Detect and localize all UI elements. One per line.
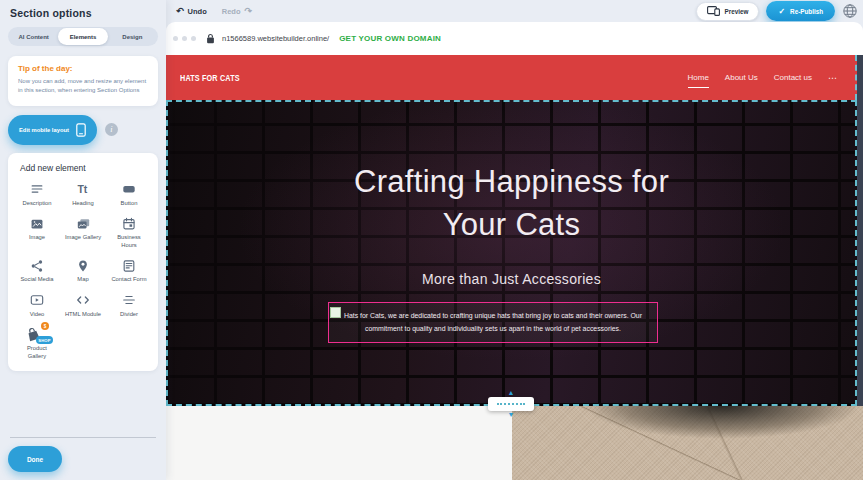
element-map[interactable]: Map <box>61 258 105 284</box>
tab-design[interactable]: Design <box>108 28 157 45</box>
undo-button[interactable]: ↶ Undo <box>176 7 207 16</box>
social-media-icon <box>30 258 44 273</box>
undo-icon: ↶ <box>176 7 184 16</box>
map-icon <box>76 258 90 273</box>
element-heading[interactable]: Tt Heading <box>61 182 105 208</box>
preview-button[interactable]: Preview <box>696 2 760 21</box>
mobile-layout-row: Edit mobile layout i <box>8 115 158 145</box>
panel-spacer <box>0 371 166 437</box>
tab-elements[interactable]: Elements <box>58 28 107 45</box>
hero-content: Crafting Happiness for Your Cats More th… <box>166 100 857 287</box>
section-selection-border-top <box>855 55 857 100</box>
site-logo[interactable]: HATS FOR CATS <box>180 73 240 83</box>
section-options-panel: Section options AI Content Elements Desi… <box>0 0 166 480</box>
globe-icon[interactable] <box>842 3 858 19</box>
divider-icon <box>122 293 136 308</box>
tip-card: Tip of the day: Now you can add, move an… <box>8 56 158 106</box>
redo-button[interactable]: Redo ↷ <box>222 7 252 16</box>
hero-section[interactable]: Crafting Happiness for Your Cats More th… <box>166 100 857 406</box>
element-product-gallery[interactable]: $ SHOP Product Gallery <box>15 327 59 360</box>
element-grid: Description Tt Heading Button Image Imag… <box>15 182 151 361</box>
image-gallery-icon <box>76 216 91 231</box>
element-social-media[interactable]: Social Media <box>15 258 59 284</box>
check-icon: ✓ <box>778 7 785 16</box>
element-image[interactable]: Image <box>15 216 59 249</box>
viewport-edge <box>857 55 863 406</box>
arrow-up-icon: ▲ <box>508 390 515 396</box>
shop-badge: SHOP <box>36 336 53 344</box>
nav-about-us[interactable]: About Us <box>725 73 758 82</box>
section-resize-handle[interactable]: ▲ ▼ <box>488 390 534 418</box>
price-badge-icon: $ <box>41 322 49 330</box>
browser-bar: n1566589.websitebuilder.online/ GET YOUR… <box>166 22 863 55</box>
site-header: HATS FOR CATS Home About Us Contact us ⋯ <box>166 55 863 100</box>
site-url: n1566589.websitebuilder.online/ <box>222 34 329 43</box>
get-domain-link[interactable]: GET YOUR OWN DOMAIN <box>339 34 441 43</box>
done-button[interactable]: Done <box>8 446 62 472</box>
browser-dots <box>173 36 196 41</box>
add-element-panel: Add new element Description Tt Heading B… <box>8 153 158 372</box>
arrow-down-icon: ▼ <box>508 412 515 418</box>
hero-description-element[interactable]: Hats for Cats, we are dedicated to craft… <box>328 302 658 343</box>
product-gallery-icon: $ SHOP <box>24 327 50 342</box>
tab-ai-content[interactable]: AI Content <box>9 28 58 45</box>
page-title: Section options <box>10 7 156 19</box>
element-contact-form[interactable]: Contact Form <box>107 258 151 284</box>
business-hours-icon <box>122 216 136 231</box>
lock-icon <box>206 33 215 44</box>
app: Section options AI Content Elements Desi… <box>0 0 863 480</box>
description-icon <box>30 182 44 197</box>
undo-redo-group: ↶ Undo Redo ↷ <box>176 7 252 16</box>
cat-photo <box>512 406 863 480</box>
add-element-title: Add new element <box>20 163 151 173</box>
top-actions: Preview ✓ Re-Publish <box>696 1 858 21</box>
heading-icon: Tt <box>76 182 91 197</box>
element-video[interactable]: Video <box>15 293 59 319</box>
panel-divider <box>10 437 156 438</box>
edit-mobile-layout-button[interactable]: Edit mobile layout <box>8 115 97 145</box>
drag-dots-icon <box>497 403 525 405</box>
element-divider[interactable]: Divider <box>107 293 151 319</box>
element-html-module[interactable]: HTML Module <box>61 293 105 319</box>
site-nav: Home About Us Contact us ⋯ <box>688 73 838 83</box>
nav-contact-us[interactable]: Contact us <box>774 73 812 82</box>
hero-subheading[interactable]: More than Just Accessories <box>166 271 857 287</box>
phone-icon <box>76 123 86 137</box>
nav-more-icon[interactable]: ⋯ <box>828 73 837 83</box>
tip-title: Tip of the day: <box>18 64 148 73</box>
redo-icon: ↷ <box>244 7 252 16</box>
republish-button[interactable]: ✓ Re-Publish <box>766 1 835 21</box>
element-handle[interactable] <box>330 307 341 318</box>
main-area: ↶ Undo Redo ↷ Preview ✓ Re-Publish <box>166 0 863 480</box>
hero-description-text: Hats for Cats, we are dedicated to craft… <box>332 309 654 335</box>
nav-home[interactable]: Home <box>688 73 709 88</box>
element-image-gallery[interactable]: Image Gallery <box>61 216 105 249</box>
element-description[interactable]: Description <box>15 182 59 208</box>
element-button[interactable]: Button <box>107 182 151 208</box>
panel-tabs: AI Content Elements Design <box>8 27 158 46</box>
contact-form-icon <box>122 258 136 273</box>
edit-mobile-layout-label: Edit mobile layout <box>19 127 69 133</box>
tip-body: Now you can add, move and resize any ele… <box>18 77 148 96</box>
image-icon <box>30 216 44 231</box>
topbar: ↶ Undo Redo ↷ Preview ✓ Re-Publish <box>166 0 863 22</box>
devices-icon <box>707 6 720 16</box>
button-icon <box>122 182 136 197</box>
info-icon[interactable]: i <box>105 123 118 136</box>
element-business-hours[interactable]: Business Hours <box>107 216 151 249</box>
svg-text:Tt: Tt <box>77 183 87 195</box>
hero-heading[interactable]: Crafting Happiness for Your Cats <box>327 160 697 247</box>
video-icon <box>30 293 44 308</box>
html-module-icon <box>76 293 90 308</box>
